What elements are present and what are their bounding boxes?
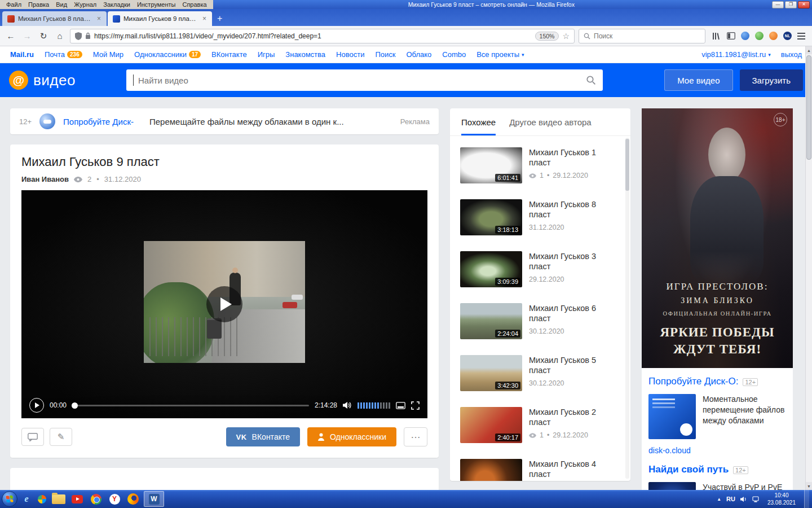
ad-banner[interactable]: 12+ Попробуйте Диск- Перемещайте файлы м… [10, 108, 439, 134]
video-player[interactable]: 00:00 2:14:28 [21, 190, 427, 418]
theater-mode-button[interactable] [396, 402, 405, 409]
menu-history[interactable]: Журнал [71, 1, 99, 8]
volume-icon[interactable] [343, 401, 352, 409]
taskbar-ie-icon[interactable]: e [20, 493, 33, 505]
nav-all-projects[interactable]: Все проекты▾ [476, 50, 524, 59]
clock[interactable]: 10:40 23.08.2021 [764, 492, 799, 506]
ad-label[interactable]: Реклама [400, 117, 430, 126]
menu-tools[interactable]: Инструменты [134, 1, 179, 8]
play-overlay-button[interactable] [206, 286, 242, 322]
zoom-indicator[interactable]: 150% [535, 32, 559, 41]
related-item-4[interactable]: 2:24:04 Михаил Гуськов 6 пласт 30.12.202… [450, 295, 630, 347]
close-button[interactable]: ✕ [798, 1, 810, 8]
tab2-close-icon[interactable]: × [202, 15, 207, 23]
lock-icon[interactable] [85, 32, 91, 40]
nav-mail[interactable]: Почта236 [45, 50, 82, 59]
extension-fox-icon[interactable] [769, 32, 778, 40]
progress-bar[interactable] [72, 405, 309, 406]
more-actions-button[interactable]: … [404, 427, 427, 446]
menu-view[interactable]: Вид [53, 1, 70, 8]
fullscreen-button[interactable] [411, 401, 420, 410]
volume-level-bars[interactable] [358, 402, 390, 409]
game-promo[interactable]: Участвуй в PvP и PvE сражениях [648, 482, 786, 490]
edit-button[interactable]: ✎ [50, 428, 72, 446]
taskbar-explorer-icon[interactable] [51, 491, 67, 507]
video-logo[interactable]: @ видео [9, 71, 126, 90]
extension-adblock-icon[interactable] [755, 32, 764, 40]
browser-tab-2-active[interactable]: Михаил Гуськов 9 пласт – смо × [108, 11, 212, 26]
back-button[interactable]: ← [5, 31, 17, 41]
start-button[interactable] [2, 491, 17, 507]
logout-link[interactable]: выход [781, 50, 802, 59]
shield-icon[interactable] [75, 32, 82, 40]
ad-link[interactable]: Попробуйте Диск- [63, 117, 134, 126]
vk-share-button[interactable]: VK ВКонтакте [226, 427, 300, 446]
browser-search-input[interactable] [594, 32, 700, 40]
menu-button[interactable] [797, 33, 805, 40]
sidebar-toggle-icon[interactable] [726, 32, 735, 41]
account-email[interactable]: vip811.1981@list.ru▾ [701, 50, 771, 59]
ok-share-button[interactable]: Одноклассники [307, 427, 396, 446]
nav-dating[interactable]: Знакомства [285, 50, 325, 59]
related-item-3[interactable]: 3:09:39 Михаил Гуськов 3 пласт 29.12.202… [450, 243, 630, 295]
browser-tab-1[interactable]: Михаил Гуськов 8 пласт (Юри × [2, 11, 107, 26]
nav-combo[interactable]: Combo [442, 50, 466, 59]
taskbar-youtube-icon[interactable] [69, 491, 85, 507]
menu-bookmarks[interactable]: Закладки [100, 1, 133, 8]
network-tray-icon[interactable] [752, 496, 759, 502]
nav-myworld[interactable]: Мой Мир [93, 50, 123, 59]
page-scrollbar[interactable]: ▲ ▼ [805, 46, 812, 490]
tab-similar[interactable]: Похожее [461, 117, 496, 135]
scroll-down-icon[interactable]: ▼ [806, 482, 812, 490]
video-search-input[interactable] [138, 76, 581, 85]
bookmark-star-icon[interactable]: ☆ [562, 32, 570, 41]
taskbar-yandex-icon[interactable]: Y [107, 491, 122, 507]
disko-promo-link[interactable]: Попробуйте Диск-О: [648, 376, 738, 387]
volume-tray-icon[interactable] [740, 496, 747, 502]
menu-file[interactable]: Файл [3, 1, 24, 8]
video-search-field[interactable] [126, 69, 603, 91]
related-item-5[interactable]: 3:42:30 Михаил Гуськов 5 пласт 30.12.202… [450, 347, 630, 399]
disko-url-link[interactable]: disk-o.cloud [648, 446, 786, 455]
forward-button[interactable]: → [21, 31, 33, 41]
menu-edit[interactable]: Правка [25, 1, 52, 8]
play-button[interactable] [29, 398, 44, 413]
extension-vpn-badge-icon[interactable]: NL [783, 32, 792, 40]
new-tab-button[interactable]: + [212, 14, 227, 26]
related-scrollbar[interactable] [625, 138, 629, 479]
show-desktop-button[interactable] [804, 490, 809, 508]
comment-button[interactable] [21, 428, 44, 446]
scrollbar-thumb[interactable] [806, 55, 811, 160]
upload-button[interactable]: Загрузить [740, 69, 804, 91]
nav-search[interactable]: Поиск [375, 50, 395, 59]
browser-search-field[interactable] [579, 29, 705, 43]
taskbar-chrome-icon[interactable] [88, 491, 104, 507]
game-promo-link[interactable]: Найди свой путь [648, 464, 729, 475]
related-item-7[interactable]: Михаил Гуськов 4 пласт [450, 451, 630, 481]
related-item-2[interactable]: 3:18:13 Михаил Гуськов 8 пласт 31.12.202… [450, 191, 630, 243]
nav-cloud[interactable]: Облако [406, 50, 431, 59]
taskbar-firefox-icon[interactable] [125, 491, 141, 507]
tab-author-videos[interactable]: Другое видео автора [509, 117, 592, 135]
extension-download-icon[interactable] [741, 32, 749, 40]
minimize-button[interactable]: — [772, 1, 784, 8]
nav-news[interactable]: Новости [336, 50, 364, 59]
game-of-thrones-ad[interactable]: 18+ ИГРА ПРЕСТОЛОВ: ЗИМА БЛИЗКО ОФИЦИАЛЬ… [642, 108, 793, 368]
library-icon[interactable] [712, 32, 721, 41]
refresh-button[interactable]: ↻ [37, 31, 50, 41]
nav-odnoklassniki[interactable]: Одноклассники17 [134, 50, 201, 59]
language-indicator[interactable]: RU [726, 496, 735, 502]
taskbar-word-active[interactable]: W [144, 491, 164, 507]
maximize-button[interactable]: ❐ [785, 1, 797, 8]
scrollbar-thumb[interactable] [625, 139, 629, 191]
tab1-close-icon[interactable]: × [96, 15, 102, 23]
scroll-up-icon[interactable]: ▲ [806, 46, 812, 54]
nav-mailru[interactable]: Mail.ru [10, 50, 34, 59]
taskbar-mediaplayer-icon[interactable] [36, 493, 48, 505]
home-button[interactable]: ⌂ [54, 31, 66, 41]
related-item-1[interactable]: 6:01:41 Михаил Гуськов 1 пласт 1 • 29.12… [450, 139, 630, 191]
nav-vkontakte[interactable]: ВКонтакте [211, 50, 247, 59]
nav-games[interactable]: Игры [258, 50, 275, 59]
related-item-6[interactable]: 2:40:17 Михаил Гуськов 2 пласт 1 • 29.12… [450, 399, 630, 451]
video-author[interactable]: Иван Иванов [21, 175, 69, 183]
